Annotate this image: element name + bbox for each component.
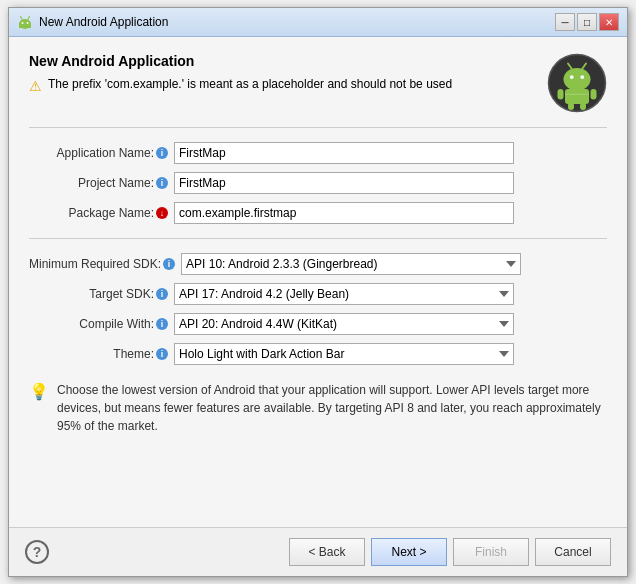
project-name-info[interactable]: i (156, 177, 168, 189)
warning-text: The prefix 'com.example.' is meant as a … (48, 77, 452, 91)
app-name-row: Application Name: i (29, 142, 607, 164)
next-button[interactable]: Next > (371, 538, 447, 566)
project-name-label: Project Name: i (29, 176, 174, 190)
maximize-button[interactable]: □ (577, 13, 597, 31)
svg-rect-15 (568, 103, 574, 111)
target-sdk-info[interactable]: i (156, 288, 168, 300)
svg-point-7 (564, 68, 591, 91)
svg-rect-14 (591, 89, 597, 100)
hint-icon: 💡 (29, 382, 49, 401)
help-button[interactable]: ? (25, 540, 49, 564)
finish-button[interactable]: Finish (453, 538, 529, 566)
package-name-warning[interactable]: ↓ (156, 207, 168, 219)
content-spacer (29, 451, 607, 511)
compile-with-info[interactable]: i (156, 318, 168, 330)
svg-rect-1 (19, 23, 31, 28)
hint-text: Choose the lowest version of Android tha… (57, 381, 607, 435)
page-title: New Android Application (29, 53, 537, 69)
project-name-input[interactable] (174, 172, 514, 194)
theme-info[interactable]: i (156, 348, 168, 360)
header-left: New Android Application ⚠ The prefix 'co… (29, 53, 537, 94)
android-title-icon (17, 14, 33, 30)
theme-label: Theme: i (29, 347, 174, 361)
form-section: Application Name: i Project Name: i Pack… (29, 142, 607, 224)
app-name-input[interactable] (174, 142, 514, 164)
android-logo (547, 53, 607, 113)
theme-row: Theme: i Holo Light with Dark Action Bar… (29, 343, 607, 365)
app-name-info[interactable]: i (156, 147, 168, 159)
min-sdk-row: Minimum Required SDK: i API 8: Android 2… (29, 253, 607, 275)
package-name-row: Package Name: ↓ (29, 202, 607, 224)
min-sdk-select[interactable]: API 8: Android 2.2 (Froyo)API 9: Android… (181, 253, 521, 275)
compile-with-select[interactable]: API 8: Android 2.2 (Froyo)API 9: Android… (174, 313, 514, 335)
compile-with-label: Compile With: i (29, 317, 174, 331)
svg-rect-16 (580, 103, 586, 111)
title-bar-buttons: ─ □ ✕ (555, 13, 619, 31)
svg-rect-13 (558, 89, 564, 100)
section-divider-2 (29, 238, 607, 239)
title-bar-left: New Android Application (17, 14, 168, 30)
package-name-input[interactable] (174, 202, 514, 224)
min-sdk-info[interactable]: i (163, 258, 175, 270)
svg-point-2 (22, 22, 24, 24)
theme-select[interactable]: Holo Light with Dark Action BarHolo Ligh… (174, 343, 514, 365)
hint-section: 💡 Choose the lowest version of Android t… (29, 377, 607, 439)
svg-rect-12 (565, 89, 589, 104)
back-button[interactable]: < Back (289, 538, 365, 566)
cancel-button[interactable]: Cancel (535, 538, 611, 566)
title-bar: New Android Application ─ □ ✕ (9, 8, 627, 37)
package-name-label: Package Name: ↓ (29, 206, 174, 220)
app-name-label: Application Name: i (29, 146, 174, 160)
project-name-row: Project Name: i (29, 172, 607, 194)
dialog-footer: ? < Back Next > Finish Cancel (9, 527, 627, 576)
svg-point-3 (27, 22, 29, 24)
minimize-button[interactable]: ─ (555, 13, 575, 31)
min-sdk-label: Minimum Required SDK: i (29, 257, 181, 271)
title-bar-text: New Android Application (39, 15, 168, 29)
header-section: New Android Application ⚠ The prefix 'co… (29, 53, 607, 113)
svg-point-9 (580, 75, 584, 79)
target-sdk-select[interactable]: API 8: Android 2.2 (Froyo)API 9: Android… (174, 283, 514, 305)
warning-icon: ⚠ (29, 78, 42, 94)
section-divider (29, 127, 607, 128)
dialog-content: New Android Application ⚠ The prefix 'co… (9, 37, 627, 527)
target-sdk-row: Target SDK: i API 8: Android 2.2 (Froyo)… (29, 283, 607, 305)
target-sdk-label: Target SDK: i (29, 287, 174, 301)
svg-line-5 (28, 17, 30, 20)
footer-left: ? (25, 540, 49, 564)
svg-line-4 (21, 17, 23, 20)
svg-point-8 (570, 75, 574, 79)
compile-with-row: Compile With: i API 8: Android 2.2 (Froy… (29, 313, 607, 335)
dialog-window: New Android Application ─ □ ✕ New Androi… (8, 7, 628, 577)
footer-right: < Back Next > Finish Cancel (289, 538, 611, 566)
sdk-section: Minimum Required SDK: i API 8: Android 2… (29, 253, 607, 365)
warning-row: ⚠ The prefix 'com.example.' is meant as … (29, 77, 537, 94)
close-button[interactable]: ✕ (599, 13, 619, 31)
